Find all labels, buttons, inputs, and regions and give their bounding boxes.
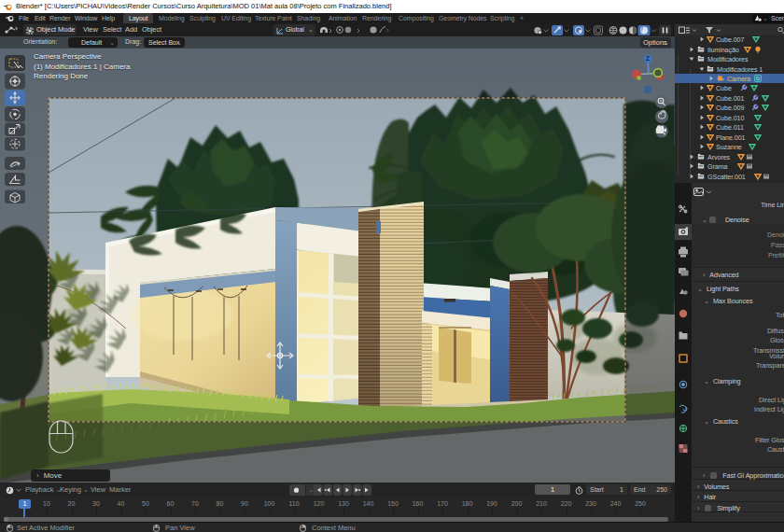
svg-text:Z: Z xyxy=(646,55,650,62)
